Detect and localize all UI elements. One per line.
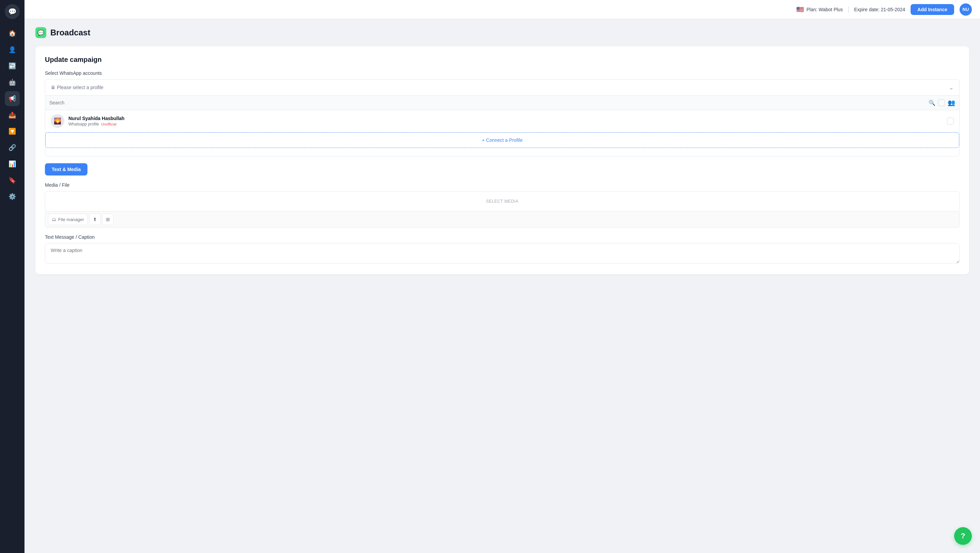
sidebar-item-marker[interactable]: 🔖 xyxy=(5,173,20,188)
home-icon: 🏠 xyxy=(8,30,16,37)
upload-button[interactable]: ⬆ xyxy=(89,214,101,225)
add-instance-button[interactable]: Add Instance xyxy=(911,4,954,15)
profile-avatar: 🌄 xyxy=(51,114,64,128)
connect-profile-label: + Connect a Profile xyxy=(482,137,522,143)
profile-select-checkbox[interactable] xyxy=(947,118,954,124)
profile-search-input[interactable] xyxy=(49,100,926,105)
profile-type-label: Whatsapp profile xyxy=(68,122,99,127)
profile-selector: 🖥 Please select a profile ⌄ 🔍 👥 🌄 xyxy=(45,79,959,156)
sidebar-item-reply[interactable]: ↩️ xyxy=(5,59,20,73)
media-toolbar: 🗂 File manager ⬆ ⊞ xyxy=(45,211,959,227)
reply-icon: ↩️ xyxy=(8,62,16,70)
main-area: 🇺🇸 Plan: Wabot Plus Expire date: 21-05-2… xyxy=(24,0,980,553)
profile-selector-header[interactable]: 🖥 Please select a profile ⌄ xyxy=(45,79,959,95)
upload-icon: ⬆ xyxy=(93,217,97,222)
unofficial-badge: Unofficial xyxy=(101,122,116,126)
marker-icon: 🔖 xyxy=(8,176,16,184)
analytics-icon: 📊 xyxy=(8,160,16,168)
caption-label: Text Message / Caption xyxy=(45,234,959,240)
help-button[interactable]: ? xyxy=(954,527,972,545)
main-card: Update campaign Select WhatsApp accounts… xyxy=(35,46,969,275)
grid-button[interactable]: ⊞ xyxy=(102,214,114,225)
contacts-icon: 👤 xyxy=(8,46,16,53)
plan-info: 🇺🇸 Plan: Wabot Plus xyxy=(796,7,843,12)
page-icon: 💬 xyxy=(35,27,46,38)
file-manager-icon: 🗂 xyxy=(52,217,56,222)
expire-label: Expire date: 21-05-2024 xyxy=(854,7,905,12)
page-title: Broadcast xyxy=(50,28,90,37)
header: 🇺🇸 Plan: Wabot Plus Expire date: 21-05-2… xyxy=(24,0,980,19)
media-dropzone[interactable]: SELECT MEDIA xyxy=(45,191,959,211)
media-section-label: Media / File xyxy=(45,182,959,188)
select-checkbox-icon[interactable] xyxy=(938,99,945,106)
bot-icon: 🤖 xyxy=(8,79,16,86)
sidebar-item-home[interactable]: 🏠 xyxy=(5,26,20,41)
tab-row: Text & Media xyxy=(45,163,959,175)
sidebar-item-settings[interactable]: ⚙️ xyxy=(5,189,20,204)
content-area: 💬 Broadcast Update campaign Select Whats… xyxy=(24,19,980,553)
select-media-label: SELECT MEDIA xyxy=(486,199,518,204)
file-manager-button[interactable]: 🗂 File manager xyxy=(48,214,88,225)
chevron-down-icon: ⌄ xyxy=(949,84,954,91)
caption-textarea[interactable] xyxy=(45,243,959,264)
campaign-title: Update campaign xyxy=(45,56,959,64)
logo-icon: 💬 xyxy=(8,8,17,16)
search-icon[interactable]: 🔍 xyxy=(929,100,935,106)
connect-profile-button[interactable]: + Connect a Profile xyxy=(45,132,959,148)
sidebar-item-analytics[interactable]: 📊 xyxy=(5,156,20,172)
profile-placeholder: 🖥 Please select a profile xyxy=(51,85,103,90)
profile-info: Nurul Syahida Hasbullah Whatsapp profile… xyxy=(68,116,943,127)
sidebar-item-bot[interactable]: 🤖 xyxy=(5,75,20,90)
profile-search-row: 🔍 👥 xyxy=(45,95,959,110)
network-icon: 🔗 xyxy=(8,144,16,151)
filter-icon: 🔽 xyxy=(8,127,16,135)
plan-label: Plan: Wabot Plus xyxy=(807,7,843,12)
profile-type-row: Whatsapp profile Unofficial xyxy=(68,122,943,127)
broadcast-page-icon: 💬 xyxy=(37,30,44,36)
profile-name: Nurul Syahida Hasbullah xyxy=(68,116,943,121)
sidebar-item-network[interactable]: 🔗 xyxy=(5,140,20,155)
sidebar: 💬 🏠 👤 ↩️ 🤖 📢 📤 🔽 🔗 📊 🔖 ⚙️ xyxy=(0,0,24,553)
grid-icon: ⊞ xyxy=(106,217,110,222)
tab-text-media[interactable]: Text & Media xyxy=(45,163,88,175)
sidebar-item-filter[interactable]: 🔽 xyxy=(5,124,20,139)
page-header: 💬 Broadcast xyxy=(35,27,969,38)
header-divider xyxy=(848,6,849,13)
broadcast-icon: 📢 xyxy=(8,95,16,102)
profile-placeholder-text: 🖥 Please select a profile xyxy=(51,85,103,90)
sidebar-item-contacts[interactable]: 👤 xyxy=(5,42,20,57)
whatsapp-section-label: Select WhatsApp accounts xyxy=(45,70,959,76)
help-icon: ? xyxy=(961,532,965,540)
profile-item: 🌄 Nurul Syahida Hasbullah Whatsapp profi… xyxy=(45,110,959,132)
select-all-icon[interactable]: 👥 xyxy=(948,99,955,106)
flag-icon: 🇺🇸 xyxy=(796,7,804,12)
avatar[interactable]: NU xyxy=(959,3,972,16)
file-manager-label: File manager xyxy=(58,217,84,222)
export-icon: 📤 xyxy=(8,111,16,119)
sidebar-item-export[interactable]: 📤 xyxy=(5,108,20,122)
settings-icon: ⚙️ xyxy=(8,193,16,200)
sidebar-logo[interactable]: 💬 xyxy=(5,4,20,19)
sidebar-item-broadcast[interactable]: 📢 xyxy=(5,91,20,106)
profile-avatar-emoji: 🌄 xyxy=(54,118,61,125)
